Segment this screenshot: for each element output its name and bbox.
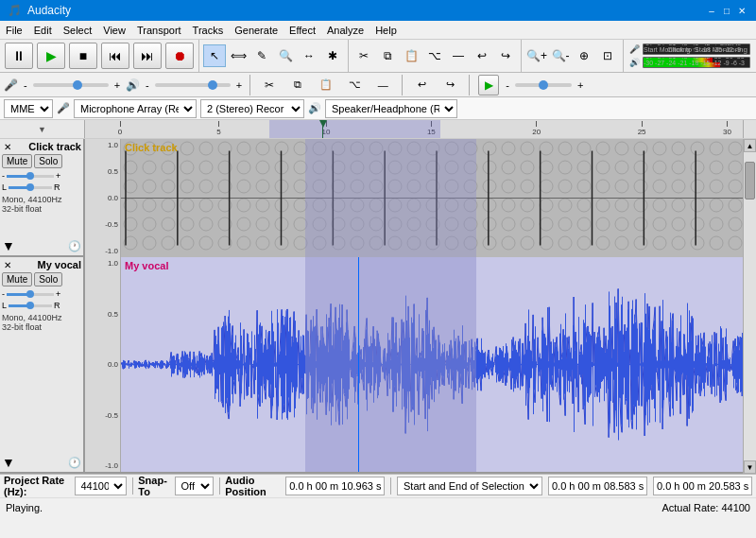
actual-rate: Actual Rate: 44100: [662, 502, 750, 513]
cut-button[interactable]: ✂: [352, 44, 375, 67]
menu-edit[interactable]: Edit: [28, 23, 58, 38]
play-button[interactable]: ▶: [37, 43, 65, 69]
play-btn2[interactable]: ▶: [478, 75, 499, 95]
record-button[interactable]: ⏺: [165, 43, 194, 69]
paste-btn2[interactable]: 📋: [315, 74, 337, 96]
draw-tool[interactable]: ✎: [250, 44, 273, 67]
click-clock-icon[interactable]: 🕐: [68, 240, 81, 252]
cut-btn2[interactable]: ✂: [258, 74, 281, 96]
app-title: Audacity: [27, 4, 71, 17]
speaker-icon-sm: 🔊: [126, 78, 140, 92]
trim-button[interactable]: ⌥: [423, 44, 446, 67]
click-track-close[interactable]: ✕: [2, 141, 13, 152]
vocal-solo-btn[interactable]: Solo: [34, 272, 62, 286]
vocal-gain-slider[interactable]: [7, 293, 54, 296]
multitool[interactable]: ✱: [321, 44, 344, 67]
click-pan-slider[interactable]: [9, 186, 52, 189]
menu-transport[interactable]: Transport: [131, 23, 187, 38]
project-rate-select[interactable]: 44100: [75, 477, 127, 495]
selection-tool[interactable]: ↖: [203, 44, 226, 67]
redo-btn2[interactable]: ↪: [438, 74, 461, 96]
undo-btn2[interactable]: ↩: [410, 74, 433, 96]
menu-effect[interactable]: Effect: [284, 23, 321, 38]
click-collapse-arrow[interactable]: ▼: [2, 238, 15, 253]
maximize-button[interactable]: □: [720, 4, 733, 17]
snap-to-select[interactable]: Off: [175, 477, 214, 495]
undo-button[interactable]: ↩: [471, 44, 493, 67]
host-select[interactable]: MME: [4, 99, 53, 118]
minimize-button[interactable]: –: [705, 4, 718, 17]
scroll-track: [744, 152, 756, 460]
mic-volume-slider[interactable]: [33, 83, 109, 87]
scroll-up-btn[interactable]: ▲: [744, 139, 756, 152]
stop-button[interactable]: ■: [69, 43, 97, 69]
vocal-collapse-arrow[interactable]: ▼: [2, 455, 15, 470]
menu-generate[interactable]: Generate: [229, 23, 284, 38]
menu-select[interactable]: Select: [58, 23, 98, 38]
vocal-y--1.0: -1.0: [87, 461, 118, 470]
zoom-fit-button[interactable]: ⊡: [596, 44, 619, 67]
vocal-y-1.0: 1.0: [87, 259, 118, 268]
vocal-pan-l: L: [2, 301, 7, 310]
timeline-ruler: ▼ 0 5 10 15 20 25 30: [0, 120, 756, 139]
scroll-down-btn[interactable]: ▼: [744, 460, 756, 474]
vocal-gain-minus: -: [2, 289, 5, 299]
menu-bar: File Edit Select View Transport Tracks G…: [0, 21, 756, 40]
click-solo-btn[interactable]: Solo: [34, 154, 62, 168]
skip-end-button[interactable]: ⏭: [133, 43, 162, 69]
menu-view[interactable]: View: [97, 23, 131, 38]
copy-btn2[interactable]: ⧉: [286, 74, 309, 96]
vocal-clock-icon[interactable]: 🕐: [68, 457, 81, 469]
click-mute-btn[interactable]: Mute: [2, 154, 32, 168]
audio-pos-label: Audio Position: [225, 475, 280, 497]
close-button[interactable]: ✕: [735, 4, 748, 17]
zoom-out-button[interactable]: 🔍-: [549, 44, 572, 67]
silence-button[interactable]: —: [447, 44, 470, 67]
sel-start-input[interactable]: [548, 477, 647, 495]
output-device-select[interactable]: Speaker/Headphone (Realte: [325, 99, 457, 118]
pan-l: L: [2, 182, 7, 192]
ruler-25: 25: [638, 128, 646, 136]
playback-volume-slider[interactable]: [155, 83, 231, 87]
selection-format-select[interactable]: Start and End of Selection: [397, 477, 542, 495]
vocal-track-close[interactable]: ✕: [2, 259, 13, 270]
silence-btn2[interactable]: —: [371, 74, 394, 96]
speed-slider[interactable]: [515, 83, 572, 87]
timeshift-tool[interactable]: ↔: [298, 44, 320, 67]
scroll-thumb[interactable]: [745, 162, 755, 200]
click-track-waveform[interactable]: 1.0 0.5 0.0 -0.5 -1.0 Click track: [85, 139, 743, 257]
playing-status: Playing.: [6, 502, 43, 513]
audio-pos-input[interactable]: [285, 477, 385, 495]
vocal-track-controls: ✕ My vocal Mute Solo - + L: [0, 257, 85, 472]
vocal-mute-btn[interactable]: Mute: [2, 272, 32, 286]
ruler-arrow-left[interactable]: ▼: [38, 125, 46, 134]
click-gain-slider[interactable]: [7, 175, 54, 178]
vocal-track-waveform[interactable]: 1.0 0.5 0.0 -0.5 -1.0 My vocal: [85, 257, 743, 472]
copy-button[interactable]: ⧉: [376, 44, 399, 67]
zoom-sel-button[interactable]: ⊕: [573, 44, 595, 67]
menu-tracks[interactable]: Tracks: [187, 23, 230, 38]
title-bar-left: 🎵 Audacity: [8, 4, 71, 17]
zoom-in-button[interactable]: 🔍+: [525, 44, 548, 67]
ruler-0: 0: [118, 128, 122, 136]
sel-end-input[interactable]: [653, 477, 752, 495]
vocal-pan-slider[interactable]: [9, 304, 52, 307]
envelope-tool[interactable]: ⟺: [227, 44, 249, 67]
vertical-scrollbar[interactable]: ▲ ▼: [743, 139, 756, 474]
menu-file[interactable]: File: [0, 23, 28, 38]
skip-start-button[interactable]: ⏮: [101, 43, 129, 69]
project-rate-label: Project Rate (Hz):: [4, 475, 69, 497]
paste-button[interactable]: 📋: [400, 44, 422, 67]
trim-btn2[interactable]: ⌥: [343, 74, 366, 96]
selection-region-ruler: [269, 120, 440, 138]
channels-select[interactable]: 2 (Stereo) Recor: [200, 99, 304, 118]
y--1.0: -1.0: [87, 247, 118, 255]
pause-button[interactable]: ⏸: [5, 43, 33, 69]
title-bar: 🎵 Audacity – □ ✕: [0, 0, 756, 21]
vocal-track: ✕ My vocal Mute Solo - + L: [0, 257, 743, 474]
zoom-tool[interactable]: 🔍: [274, 44, 297, 67]
redo-button[interactable]: ↪: [494, 44, 517, 67]
menu-analyze[interactable]: Analyze: [321, 23, 369, 38]
mic-device-select[interactable]: Microphone Array (Realtek: [74, 99, 197, 118]
menu-help[interactable]: Help: [369, 23, 403, 38]
